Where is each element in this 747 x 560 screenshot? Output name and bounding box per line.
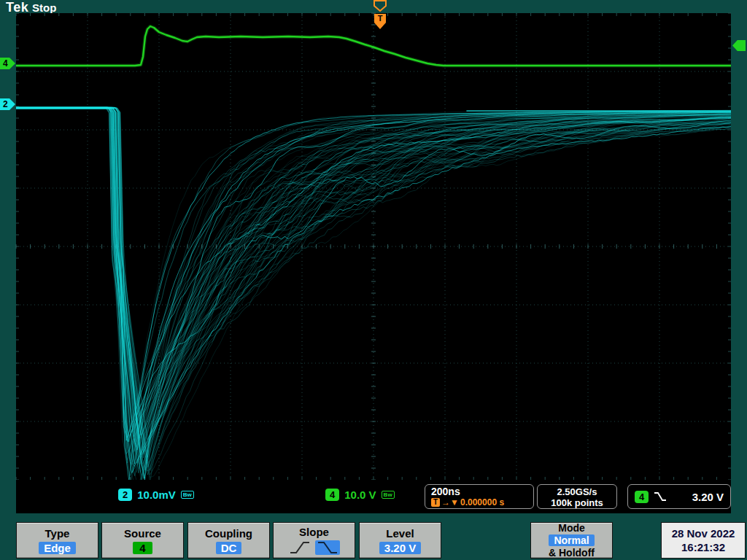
- acquisition-readout: 2.50GS/s 100k points: [537, 484, 617, 509]
- level-value[interactable]: 3.20 V: [379, 542, 421, 554]
- channel-2-ground-marker: 2: [0, 98, 15, 110]
- trigger-position-value: 0.000000 s: [460, 497, 504, 508]
- channel-4-readout: 4 10.0 V Bw: [325, 489, 395, 501]
- date-text: 28 Nov 2022: [672, 526, 735, 540]
- trigger-position-readout: T →▼ 0.000000 s: [431, 497, 527, 508]
- oscilloscope-screen: Tek Stop T 4 2 2 10.0mV Bw 4 10.0 V: [0, 0, 747, 560]
- mode-button[interactable]: Mode Normal & Holdoff: [530, 522, 613, 559]
- trigger-source-badge: 4: [635, 491, 649, 503]
- channel-2-badge: 2: [118, 489, 132, 501]
- mode-label: Mode: [558, 522, 585, 534]
- channel-4-bandwidth-icon: Bw: [382, 491, 395, 499]
- channel-2-scale: 10.0mV: [137, 489, 176, 501]
- type-value[interactable]: Edge: [39, 542, 76, 554]
- timebase-scale: 200ns: [431, 486, 527, 497]
- channel-2-readout: 2 10.0mV Bw: [118, 489, 194, 501]
- channel-2-marker-label: 2: [3, 99, 8, 109]
- trigger-position-marker: T: [368, 0, 392, 32]
- source-label: Source: [124, 527, 161, 540]
- falling-slope-icon: [654, 491, 667, 502]
- coupling-label: Coupling: [205, 527, 252, 540]
- trigger-flag-label: T: [378, 14, 383, 23]
- slope-label: Slope: [299, 526, 329, 538]
- channel-4-marker-label: 4: [3, 58, 8, 69]
- source-value[interactable]: 4: [133, 542, 152, 554]
- level-button[interactable]: Level 3.20 V: [359, 522, 441, 559]
- channel-2-bandwidth-icon: Bw: [181, 491, 194, 499]
- graticule: [16, 13, 731, 480]
- time-text: 16:21:32: [681, 540, 725, 554]
- coupling-button[interactable]: Coupling DC: [187, 522, 270, 559]
- trigger-t-icon: T: [431, 498, 440, 507]
- slope-button[interactable]: Slope: [273, 522, 355, 559]
- readout-strip: 2 10.0mV Bw 4 10.0 V Bw 200ns T →▼ 0.000…: [16, 480, 731, 513]
- trigger-flag-icon: [374, 23, 386, 29]
- acquisition-status: Stop: [32, 1, 56, 14]
- source-button[interactable]: Source 4: [101, 522, 184, 559]
- mode-value[interactable]: Normal: [549, 534, 594, 546]
- channel-4-scale: 10.0 V: [344, 489, 376, 501]
- trigger-level-arrow-icon: [732, 40, 746, 51]
- rising-slope-icon[interactable]: [289, 540, 311, 555]
- type-label: Type: [45, 527, 70, 540]
- trigger-level-value: 3.20 V: [692, 491, 724, 503]
- timebase-readout: 200ns T →▼ 0.000000 s: [425, 484, 534, 509]
- channel-4-ground-marker: 4: [0, 58, 15, 69]
- falling-slope-icon: [317, 540, 338, 555]
- falling-slope-selected[interactable]: [315, 540, 340, 555]
- trigger-readout: 4 3.20 V: [627, 484, 731, 509]
- datetime-display: 28 Nov 2022 16:21:32: [661, 522, 746, 559]
- trigger-position-arrow: →▼: [441, 497, 459, 508]
- coupling-value[interactable]: DC: [216, 542, 242, 554]
- sample-rate: 2.50GS/s: [542, 486, 612, 497]
- trigger-record-icon: [374, 1, 386, 11]
- mode-extra: & Holdoff: [549, 547, 595, 559]
- level-label: Level: [386, 527, 414, 540]
- channel-4-badge: 4: [325, 489, 339, 501]
- record-length: 100k points: [542, 497, 612, 508]
- type-button[interactable]: Type Edge: [16, 522, 98, 559]
